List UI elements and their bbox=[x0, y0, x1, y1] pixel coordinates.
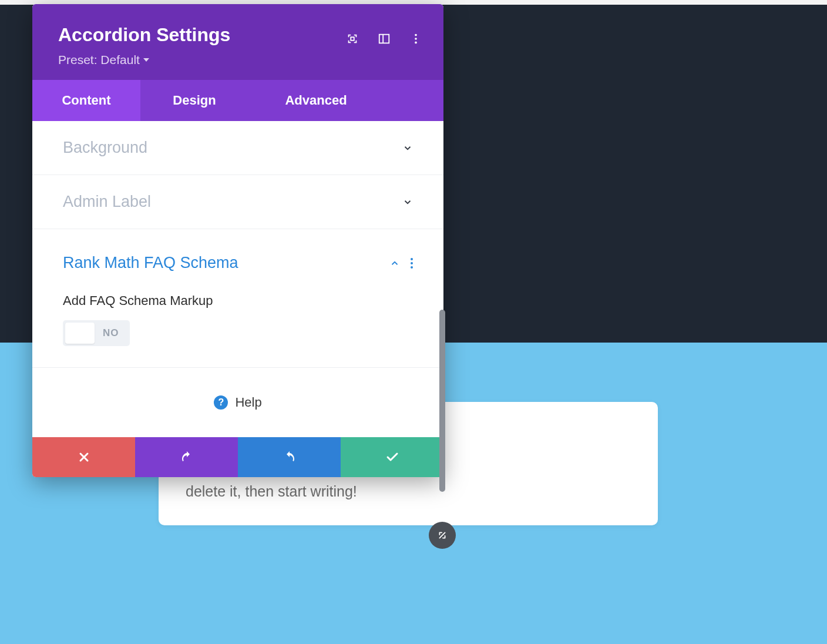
modal-action-bar bbox=[32, 437, 443, 477]
expand-icon[interactable] bbox=[346, 32, 359, 45]
settings-modal: Accordion Settings Preset: Default Conte… bbox=[32, 4, 443, 477]
modal-tabs: Content Design Advanced bbox=[32, 80, 443, 121]
help-icon: ? bbox=[214, 395, 228, 410]
scrollbar-thumb[interactable] bbox=[439, 310, 445, 492]
svg-point-5 bbox=[415, 42, 417, 44]
save-button[interactable] bbox=[341, 437, 443, 477]
preset-dropdown[interactable]: Preset: Default bbox=[58, 53, 149, 67]
help-link[interactable]: ? Help bbox=[32, 367, 443, 437]
caret-down-icon bbox=[143, 58, 149, 62]
chevron-down-icon bbox=[402, 143, 413, 153]
svg-rect-1 bbox=[379, 35, 389, 43]
faq-markup-field-label: Add FAQ Schema Markup bbox=[63, 293, 413, 308]
sections-list: Background Admin Label Rank Math FAQ Sch… bbox=[32, 121, 443, 367]
svg-point-4 bbox=[415, 38, 417, 40]
chevron-up-icon bbox=[389, 258, 400, 269]
modal-header: Accordion Settings Preset: Default bbox=[32, 4, 443, 80]
section-label: Admin Label bbox=[63, 193, 151, 211]
section-label: Rank Math FAQ Schema bbox=[63, 254, 238, 272]
section-admin-label[interactable]: Admin Label bbox=[32, 175, 443, 229]
tab-content[interactable]: Content bbox=[32, 80, 140, 121]
section-background[interactable]: Background bbox=[32, 121, 443, 175]
more-vertical-icon[interactable] bbox=[409, 32, 422, 45]
toggle-value: NO bbox=[95, 327, 127, 339]
tab-design[interactable]: Design bbox=[140, 80, 248, 121]
help-label: Help bbox=[235, 395, 261, 410]
header-icon-group bbox=[346, 32, 422, 45]
toggle-knob bbox=[65, 323, 95, 344]
panel-layout-icon[interactable] bbox=[378, 32, 391, 45]
faq-markup-toggle[interactable]: NO bbox=[63, 320, 130, 346]
more-vertical-icon[interactable] bbox=[411, 258, 413, 269]
undo-button[interactable] bbox=[135, 437, 238, 477]
svg-rect-0 bbox=[351, 37, 354, 41]
chevron-down-icon bbox=[402, 197, 413, 207]
section-label: Background bbox=[63, 139, 147, 157]
preset-label: Preset: Default bbox=[58, 53, 140, 67]
redo-button[interactable] bbox=[238, 437, 341, 477]
cancel-button[interactable] bbox=[32, 437, 135, 477]
section-rank-math-faq-body: Add FAQ Schema Markup NO bbox=[32, 293, 443, 367]
resize-handle[interactable] bbox=[429, 522, 456, 549]
tab-advanced[interactable]: Advanced bbox=[248, 80, 384, 121]
section-rank-math-faq[interactable]: Rank Math FAQ Schema bbox=[32, 229, 443, 290]
svg-point-3 bbox=[415, 34, 417, 36]
post-body-line-2: delete it, then start writing! bbox=[186, 480, 631, 503]
